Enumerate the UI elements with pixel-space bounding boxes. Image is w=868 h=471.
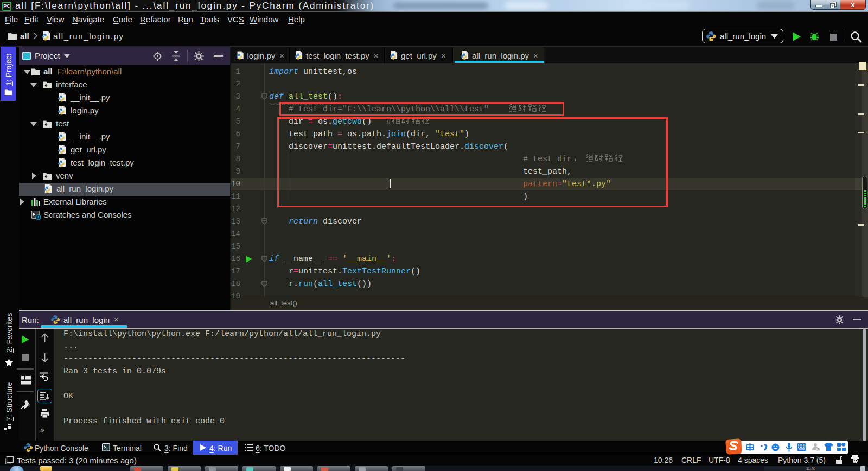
svg-text:S: S — [818, 448, 820, 451]
